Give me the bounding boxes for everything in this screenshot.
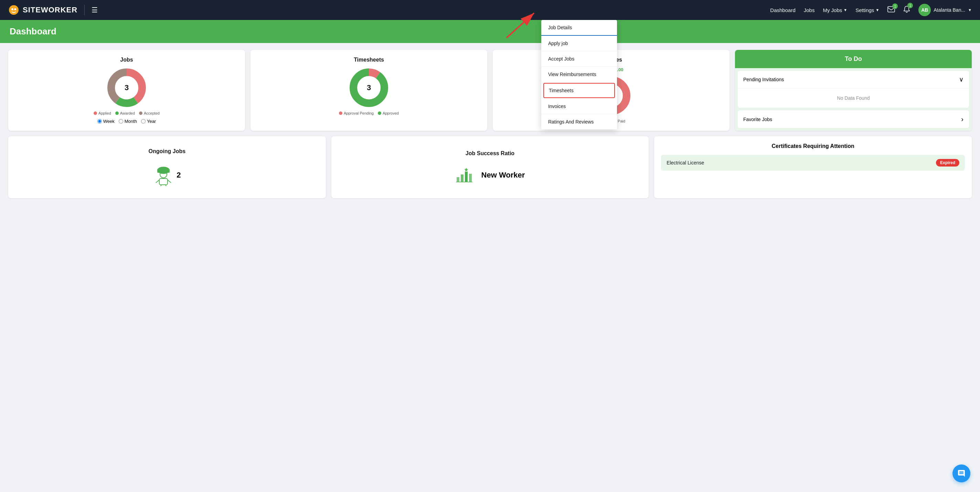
nav-dashboard[interactable]: Dashboard	[770, 7, 795, 13]
mail-button[interactable]: 1	[888, 6, 895, 14]
jobs-count: 3	[124, 83, 129, 92]
filter-year[interactable]: Year	[141, 119, 156, 124]
svg-rect-26	[465, 172, 468, 182]
navbar-right: Dashboard Jobs My Jobs ▼ Settings ▼ 1	[770, 4, 972, 16]
timesheets-donut: 3	[348, 67, 390, 108]
nav-divider	[84, 5, 85, 15]
brand-logo[interactable]: SITEWORKER	[8, 5, 78, 16]
bottom-row: Ongoing Jobs 2	[8, 136, 972, 198]
cert-status-badge: Expired	[936, 159, 959, 167]
hamburger-button[interactable]: ☰	[92, 6, 98, 14]
favorite-jobs-header[interactable]: Favorite Jobs ›	[738, 110, 969, 128]
legend-applied: Applied	[94, 111, 111, 115]
mail-badge: 1	[892, 3, 898, 9]
svg-line-21	[167, 180, 171, 183]
dropdown-item-apply-job[interactable]: Apply job	[541, 36, 617, 51]
bell-badge: 1	[907, 3, 913, 8]
legend-awarded: Awarded	[115, 111, 135, 115]
certificates-card: Certificates Requiring Attention Electri…	[654, 136, 972, 198]
svg-rect-27	[469, 174, 472, 182]
page-title: Dashboard	[10, 26, 970, 37]
user-avatar-button[interactable]: AB Atalanta Ban... ▼	[918, 4, 972, 16]
worker-icon	[153, 164, 174, 186]
avatar-name: Atalanta Ban...	[934, 7, 965, 13]
applied-dot	[94, 111, 97, 115]
pending-invitations-header[interactable]: Pending Invitations ∨	[738, 71, 969, 88]
brand-name: SITEWORKER	[23, 5, 78, 14]
ongoing-jobs-content: 2	[153, 164, 181, 186]
dropdown-item-invoices[interactable]: Invoices	[541, 99, 617, 114]
filter-month[interactable]: Month	[119, 119, 137, 124]
svg-point-1	[11, 8, 13, 10]
svg-line-20	[156, 180, 159, 183]
certificates-title: Certificates Requiring Attention	[661, 143, 965, 149]
chart-icon	[455, 166, 473, 184]
svg-rect-24	[457, 177, 460, 182]
svg-marker-28	[464, 167, 468, 172]
job-success-title: Job Success Ratio	[466, 150, 514, 156]
svg-point-2	[14, 8, 16, 10]
top-row: Jobs 3 Applied	[8, 50, 972, 131]
cert-name: Electrical License	[667, 160, 704, 166]
todo-card: To Do Pending Invitations ∨ No Data Foun…	[735, 50, 972, 131]
filter-week[interactable]: Week	[97, 119, 115, 124]
avatar-initials: AB	[918, 4, 931, 16]
navbar: SITEWORKER ☰ Dashboard Jobs My Jobs ▼ Se…	[0, 0, 980, 20]
ongoing-jobs-title: Ongoing Jobs	[149, 148, 186, 154]
dropdown-item-job-details[interactable]: Job Details	[541, 20, 617, 36]
legend-approval-pending: Approval Pending	[339, 111, 374, 115]
dropdown-menu: Job Details Apply job Accept Jobs View R…	[541, 20, 617, 129]
timesheets-count: 3	[367, 83, 371, 92]
jobs-legend: Applied Awarded Accepted	[94, 111, 160, 115]
dropdown-item-view-reimbursements[interactable]: View Reimbursements	[541, 67, 617, 82]
awarded-dot	[115, 111, 119, 115]
legend-approved: Approved	[378, 111, 399, 115]
dropdown-item-ratings-reviews[interactable]: Ratings And Reviews	[541, 114, 617, 129]
timesheets-legend: Approval Pending Approved	[339, 111, 399, 115]
avatar-chevron: ▼	[968, 8, 972, 12]
timesheets-chart: 3 Approval Pending Approved	[258, 67, 480, 115]
nav-jobs[interactable]: Jobs	[804, 7, 815, 13]
ongoing-jobs-card: Ongoing Jobs 2	[8, 136, 326, 198]
svg-rect-25	[461, 174, 463, 182]
jobs-card-title: Jobs	[15, 57, 238, 63]
timesheets-card: Timesheets 3 Approval Pending	[250, 50, 487, 131]
nav-my-jobs[interactable]: My Jobs ▼	[823, 7, 847, 13]
dropdown-item-timesheets[interactable]: Timesheets	[543, 83, 615, 98]
new-worker-label: New Worker	[481, 170, 525, 180]
page-header: Dashboard	[0, 20, 980, 43]
logo-icon	[8, 5, 19, 16]
todo-header: To Do	[735, 50, 972, 68]
svg-point-0	[9, 5, 19, 15]
accepted-dot	[139, 111, 142, 115]
legend-accepted: Accepted	[139, 111, 160, 115]
pending-invitations-section: Pending Invitations ∨ No Data Found	[738, 71, 969, 108]
time-filter: Week Month Year	[97, 119, 156, 124]
job-success-content: New Worker	[455, 166, 525, 184]
nav-settings[interactable]: Settings ▼	[856, 7, 879, 13]
notification-button[interactable]: 1	[903, 5, 910, 14]
timesheets-card-title: Timesheets	[258, 57, 480, 63]
dropdown-item-accept-jobs[interactable]: Accept Jobs	[541, 51, 617, 67]
jobs-card: Jobs 3 Applied	[8, 50, 245, 131]
main-content: Jobs 3 Applied	[0, 43, 980, 205]
favorite-jobs-section: Favorite Jobs ›	[738, 110, 969, 128]
pending-invitations-empty: No Data Found	[738, 88, 969, 108]
job-success-card: Job Success Ratio New Worker	[331, 136, 649, 198]
cert-row-electrical: Electrical License Expired	[661, 155, 965, 170]
svg-rect-19	[159, 178, 167, 185]
jobs-chart: 3 Applied Awarded Accepted	[15, 67, 238, 124]
ongoing-count: 2	[177, 170, 181, 180]
todo-title: To Do	[742, 56, 965, 63]
jobs-donut: 3	[106, 67, 147, 108]
